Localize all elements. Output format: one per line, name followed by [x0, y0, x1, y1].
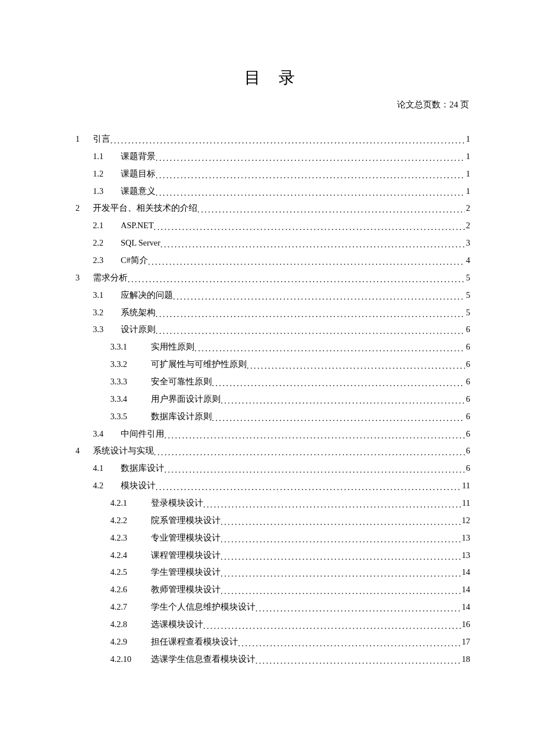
- toc-dot-leader: [221, 531, 461, 549]
- toc-entry-page: 5: [465, 269, 470, 287]
- toc-entry-page: 6: [465, 373, 470, 391]
- toc-entry: 4.2.5学生管理模块设计14: [75, 564, 470, 581]
- toc-entry-label: 系统设计与实现: [93, 442, 154, 460]
- toc-entry-number: 1.3: [93, 183, 121, 200]
- toc-entry-page: 1: [465, 148, 470, 165]
- toc-entry-page: 6: [465, 460, 470, 477]
- toc-dot-leader: [148, 254, 465, 271]
- toc-entry: 4.2模块设计11: [75, 477, 470, 495]
- toc-entry-page: 5: [465, 287, 470, 304]
- toc-entry-label: SQL Server: [121, 235, 160, 252]
- toc-entry: 3.4中间件引用6: [75, 426, 470, 443]
- toc-entry-label: 课题目标: [121, 165, 156, 183]
- toc-entry-label: 应解决的问题: [121, 287, 173, 304]
- toc-entry-page: 1: [465, 165, 470, 183]
- toc-dot-leader: [255, 653, 461, 670]
- toc-entry-label: 担任课程查看模块设计: [151, 633, 238, 651]
- toc-entry-page: 4: [465, 252, 470, 269]
- toc-dot-leader: [255, 600, 461, 618]
- toc-entry-page: 12: [461, 512, 471, 530]
- toc-dot-leader: [156, 479, 461, 496]
- toc-entry-number: 2: [75, 200, 93, 217]
- toc-entry-number: 4.2.6: [110, 581, 151, 599]
- toc-entry-label: 课题背景: [121, 148, 156, 165]
- toc-entry-number: 4.2.5: [110, 564, 151, 581]
- toc-entry-page: 18: [461, 651, 471, 668]
- toc-entry-label: 数据库设计: [121, 460, 164, 477]
- toc-entry-label: 安全可靠性原则: [151, 373, 212, 391]
- toc-entry-number: 1.1: [93, 148, 121, 165]
- toc-entry-label: 可扩展性与可维护性原则: [151, 356, 247, 373]
- toc-entry-number: 1.2: [93, 165, 121, 183]
- toc-entry-label: 课程管理模块设计: [151, 547, 221, 564]
- toc-dot-leader: [110, 132, 465, 150]
- toc-entry-number: 4.2.9: [110, 633, 151, 651]
- toc-dot-leader: [212, 410, 465, 427]
- toc-entry-label: 需求分析: [93, 269, 128, 287]
- toc-entry-label: 选课学生信息查看模块设计: [151, 651, 255, 668]
- toc-entry-number: 2.2: [93, 235, 121, 252]
- toc-dot-leader: [221, 583, 461, 600]
- toc-entry: 4系统设计与实现6: [75, 442, 470, 460]
- toc-entry: 3.3.3安全可靠性原则6: [75, 373, 470, 391]
- toc-dot-leader: [160, 236, 464, 254]
- toc-entry-label: 实用性原则: [151, 339, 194, 356]
- toc-entry-page: 6: [465, 356, 470, 373]
- toc-entry: 3需求分析5: [75, 269, 470, 287]
- toc-entry-number: 3.1: [93, 287, 121, 304]
- toc-entry-label: 系统架构: [121, 304, 156, 322]
- toc-entry-label: 开发平台、相关技术的介绍: [93, 200, 197, 217]
- toc-entry-number: 3.3.3: [110, 373, 151, 391]
- toc-dot-leader: [154, 219, 465, 236]
- toc-entry-number: 3.3.5: [110, 408, 151, 426]
- toc-entry: 3.3.2可扩展性与可维护性原则6: [75, 356, 470, 373]
- toc-entry: 3.3.4用户界面设计原则6: [75, 391, 470, 408]
- toc-entry-label: 登录模块设计: [151, 495, 203, 512]
- toc-entry: 2.3C#简介4: [75, 252, 470, 269]
- toc-entry: 4.2.7学生个人信息维护模块设计14: [75, 599, 470, 616]
- toc-entry-label: C#简介: [121, 252, 148, 269]
- toc-entry-page: 1: [465, 131, 470, 148]
- toc-entry-page: 17: [461, 633, 471, 651]
- toc-entry: 1.2课题目标1: [75, 165, 470, 183]
- toc-entry: 4.2.3专业管理模块设计13: [75, 530, 470, 547]
- toc-entry-label: 专业管理模块设计: [151, 530, 221, 547]
- toc-entry-number: 3.2: [93, 304, 121, 322]
- toc-entry-page: 11: [461, 495, 470, 512]
- toc-dot-leader: [221, 549, 461, 566]
- toc-entry: 1.3课题意义1: [75, 183, 470, 200]
- toc-entry: 4.2.1登录模块设计11: [75, 495, 470, 512]
- toc-entry-number: 3.3: [93, 321, 121, 339]
- toc-entry-label: 数据库设计原则: [151, 408, 212, 426]
- toc-entry: 4.2.8选课模块设计16: [75, 616, 470, 633]
- toc-dot-leader: [197, 201, 465, 219]
- toc-entry: 4.2.6教师管理模块设计14: [75, 581, 470, 599]
- toc-entry-number: 2.3: [93, 252, 121, 269]
- toc-entry-page: 6: [465, 442, 470, 460]
- toc-dot-leader: [221, 393, 465, 410]
- toc-entry-page: 6: [465, 408, 470, 426]
- toc-entry-label: 院系管理模块设计: [151, 512, 221, 530]
- toc-dot-leader: [221, 514, 461, 531]
- toc-entry-label: ASP.NET: [121, 217, 154, 235]
- toc-entry-number: 3.3.2: [110, 356, 151, 373]
- toc-entry: 3.3.1实用性原则6: [75, 339, 470, 356]
- toc-entry-page: 14: [461, 581, 471, 599]
- toc-dot-leader: [156, 150, 465, 167]
- toc-title: 目 录: [75, 67, 470, 89]
- toc-dot-leader: [128, 271, 465, 289]
- toc-entry-page: 13: [461, 547, 471, 564]
- toc-entry-number: 4.2.10: [110, 651, 151, 668]
- toc-dot-leader: [156, 306, 465, 323]
- toc-dot-leader: [156, 167, 465, 185]
- toc-entry-label: 中间件引用: [121, 426, 164, 443]
- toc-entry: 4.1数据库设计6: [75, 460, 470, 477]
- toc-entry: 2.1ASP.NET2: [75, 217, 470, 235]
- toc-dot-leader: [221, 566, 461, 583]
- toc-entry-page: 5: [465, 304, 470, 322]
- toc-entry: 1.1课题背景1: [75, 148, 470, 165]
- toc-entry-page: 14: [461, 599, 471, 616]
- toc-entry-number: 4.2.3: [110, 530, 151, 547]
- toc-dot-leader: [203, 496, 461, 514]
- toc-entry-page: 2: [465, 200, 470, 217]
